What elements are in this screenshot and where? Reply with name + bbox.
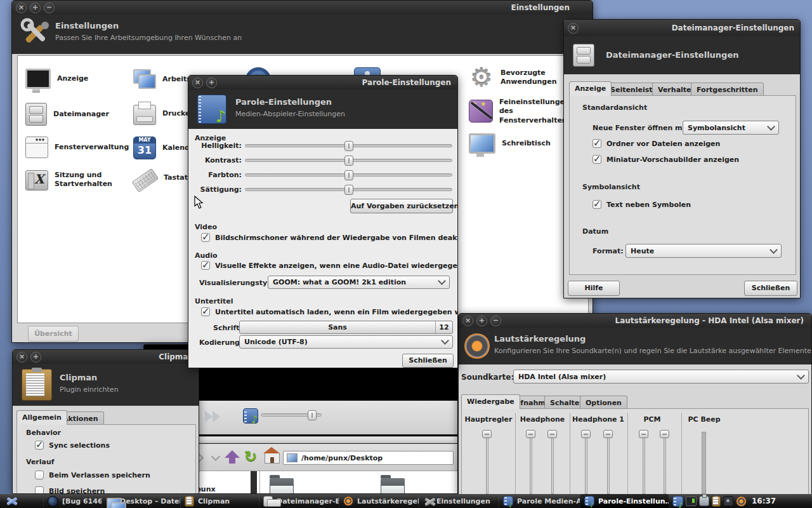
settings-item-dateimanager[interactable]: Dateimanager (25, 103, 109, 126)
settings-item-drucker[interactable]: Drucker (133, 103, 193, 125)
volume-slider[interactable] (486, 437, 488, 494)
volume-slider[interactable] (643, 437, 645, 494)
maximize-icon[interactable]: + (30, 352, 41, 363)
reset-defaults-button[interactable]: Auf Vorgaben zurücksetzen (350, 199, 453, 213)
tray-monitor-icon[interactable] (686, 497, 697, 506)
parole-titlebar[interactable]: × + Parole-Einstellungen (188, 76, 457, 90)
clipboard-icon (22, 369, 52, 401)
volume-slider[interactable] (702, 432, 706, 494)
maximize-icon[interactable]: + (476, 316, 487, 326)
volume-slider[interactable] (664, 437, 666, 494)
thunar-titlebar[interactable]: × Dateimanager-Einstellungen (564, 20, 800, 36)
mixer-titlebar[interactable]: × + − Lautstärkeregelung - HDA Intel (Al… (459, 314, 811, 328)
visualization-combo[interactable]: GOOM: what a GOOM! 2k1 edition (268, 276, 450, 289)
tray-parole-icon[interactable] (672, 496, 683, 507)
window-title: Dateimanager-Einstellungen (672, 23, 796, 32)
volume-slider[interactable] (551, 437, 554, 494)
chevron-down-icon[interactable] (211, 452, 220, 461)
text-beside-checkbox[interactable]: Text neben Symbolen (593, 200, 691, 209)
contrast-slider[interactable] (245, 159, 452, 162)
close-icon[interactable]: × (16, 352, 27, 363)
close-button[interactable]: Schließen (402, 354, 454, 368)
close-icon[interactable]: × (462, 316, 473, 326)
save-image-checkbox[interactable]: Bild speichern (35, 486, 105, 494)
tab-wiedergabe[interactable]: Wiedergabe (461, 394, 520, 409)
close-icon[interactable]: × (192, 77, 203, 88)
sidebar-scrollbar[interactable] (251, 471, 257, 494)
taskbar-item-mixer[interactable]: Lautstärkeregel… (339, 494, 419, 508)
maximize-icon[interactable]: + (206, 77, 217, 88)
settings-item-anzeige[interactable]: Anzeige (25, 69, 88, 89)
path-icon (287, 453, 298, 462)
settings-item-bevorzugte[interactable]: ⚙ Bevorzugte Anwendungen (469, 65, 570, 90)
folder-icon[interactable] (381, 478, 405, 494)
chevron-down-icon (767, 123, 775, 131)
fast-forward-icon[interactable] (205, 411, 221, 422)
tray-clipboard-icon[interactable] (712, 496, 721, 507)
sync-selections-checkbox[interactable]: Sync selections (35, 441, 110, 450)
encoding-combo[interactable]: Unicode (UTF-8) (239, 335, 453, 349)
close-icon[interactable]: × (568, 23, 579, 34)
settings-header: Einstellungen Passen Sie Ihre Arbeitsumg… (12, 15, 593, 54)
taskbar-item-parole[interactable]: Parole Medien-A… (499, 494, 580, 508)
clipman-panel: Behavior Sync selections Verlauf Beim Ve… (16, 424, 196, 494)
minimize-icon[interactable]: − (44, 3, 55, 13)
displays-icon (107, 497, 115, 505)
settings-item-tastatur[interactable]: Tastatur (133, 169, 196, 187)
clipman-titlebar[interactable]: × + Clipman (13, 350, 199, 364)
soundcard-combo[interactable]: HDA Intel (Alsa mixer) (513, 370, 809, 384)
taskbar-item-settings[interactable]: Einstellungen (419, 494, 499, 508)
tray-usb-icon[interactable] (699, 496, 709, 506)
brightness-slider[interactable] (245, 144, 452, 147)
taskbar-item-bug[interactable]: [Bug 6146 – vol… (43, 494, 102, 508)
tab-anzeige[interactable]: Anzeige (569, 81, 612, 96)
settings-item-schreibtisch[interactable]: Schreibtisch (469, 133, 551, 154)
home-icon[interactable] (265, 453, 280, 464)
visual-effects-checkbox[interactable]: Visuelle Effekte anzeigen, wenn eine Aud… (201, 261, 458, 270)
refresh-icon[interactable]: ↻ (244, 449, 257, 464)
taskbar-item-clipman[interactable]: Clipman (180, 494, 259, 508)
close-button[interactable]: Schließen (744, 281, 797, 296)
tab-fortgeschritten[interactable]: Fortgeschritten (691, 83, 764, 96)
screensaver-checkbox[interactable]: Bildschirmschoner während der Wiedergabe… (201, 233, 458, 242)
new-window-combo[interactable]: Symbolansicht (683, 121, 779, 135)
up-icon[interactable] (225, 450, 240, 465)
hue-slider[interactable] (245, 173, 452, 177)
thumbnails-checkbox[interactable]: Miniatur-Vorschaubilder anzeigen (593, 155, 739, 164)
taskbar-item-desktop[interactable]: Desktop – Datei… (102, 494, 180, 508)
soundcard-label: Soundkarte: (461, 373, 514, 382)
help-button[interactable]: Hilfe (568, 281, 620, 296)
overview-button[interactable]: Übersicht (28, 326, 79, 342)
minimize-icon[interactable]: − (490, 316, 501, 326)
format-combo[interactable]: Heute (625, 244, 782, 258)
parole-icon (197, 95, 226, 124)
tab-allgemein[interactable]: Allgemein (16, 410, 67, 425)
applications-menu-icon[interactable] (5, 496, 19, 506)
folders-first-checkbox[interactable]: Ordner vor Dateien anzeigen (593, 139, 720, 148)
window-title: Parole-Einstellungen (362, 78, 454, 87)
session-icon (25, 170, 48, 190)
tab-optionen[interactable]: Optionen (580, 396, 627, 409)
close-icon[interactable]: × (16, 3, 27, 13)
volume-slider[interactable] (585, 437, 587, 494)
folder-icon[interactable] (270, 478, 294, 494)
volume-slider[interactable] (530, 437, 532, 494)
taskbar-item-parole-prefs[interactable]: Parole-Einstellun… (580, 494, 669, 508)
settings-titlebar[interactable]: × + − Einstellungen (12, 1, 593, 15)
settings-item-sitzung[interactable]: Sitzung und Startverhalten (25, 169, 115, 190)
tray-screenshot-icon[interactable] (723, 496, 733, 506)
font-button[interactable]: Sans 12 (239, 321, 453, 334)
settings-item-feineinstellungen[interactable]: Feineinstellungen des Fensterverhaltens (469, 98, 577, 125)
volume-button-icon[interactable] (243, 408, 258, 424)
settings-item-fensterverwaltung[interactable]: Fensterverwaltung (25, 137, 129, 158)
autoload-subtitles-checkbox[interactable]: Untertitel automatisch laden, wenn ein F… (201, 307, 458, 316)
volume-slider[interactable] (607, 437, 610, 494)
saturation-slider[interactable] (245, 188, 452, 191)
mixer-header: Lautstärkeregelung Konfigurieren Sie Ihr… (459, 328, 811, 364)
path-field[interactable]: /home/punx/Desktop (283, 451, 454, 465)
tray-volume-icon[interactable] (736, 496, 747, 507)
taskbar-item-thunar[interactable]: Dateimanager-E… (259, 494, 339, 508)
player-volume-slider[interactable] (261, 413, 322, 417)
save-on-exit-checkbox[interactable]: Beim Verlassen speichern (35, 471, 150, 479)
maximize-icon[interactable]: + (30, 3, 41, 13)
